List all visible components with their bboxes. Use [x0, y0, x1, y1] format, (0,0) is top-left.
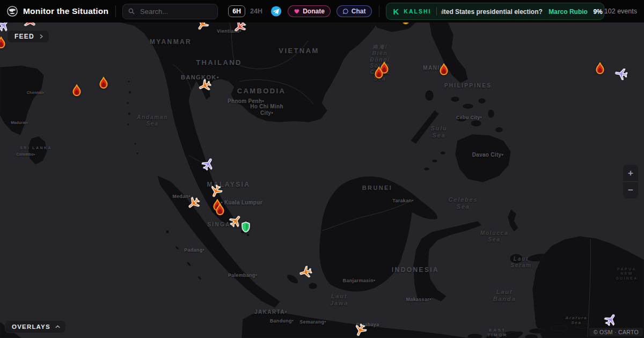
ticker-track: United States presidential election? Mar… [441, 6, 603, 16]
chevron-up-icon [55, 324, 61, 329]
kalshi-logo: K [393, 7, 399, 16]
ticker-outcome: Marco Rubio [548, 8, 588, 16]
brand: Monitor the Situation [6, 5, 108, 17]
marker-flame[interactable] [99, 77, 108, 91]
header-divider-2 [379, 5, 379, 17]
marker-flame[interactable] [595, 62, 605, 76]
feed-panel-button[interactable]: FEED [7, 30, 49, 43]
chat-button[interactable]: Chat [336, 5, 372, 17]
kalshi-ticker[interactable]: K KALSHI United States presidential elec… [386, 3, 604, 20]
marker-flame[interactable] [0, 36, 6, 50]
time-range-24h-button[interactable]: 24H [250, 8, 262, 15]
heart-icon [294, 8, 300, 14]
zoom-out-button[interactable]: − [623, 182, 638, 199]
kalshi-divider [436, 7, 437, 16]
search-box[interactable] [122, 4, 218, 19]
donate-label: Donate [303, 8, 325, 15]
telegram-icon[interactable] [271, 6, 281, 17]
marker-plane-purple[interactable] [613, 66, 631, 82]
search-input[interactable] [139, 7, 212, 16]
kalshi-brand: KALSHI [404, 8, 431, 14]
marker-flame[interactable] [72, 84, 82, 98]
map-zoom-control: + − [623, 164, 639, 199]
map-canvas[interactable] [0, 23, 644, 338]
overlays-panel-button[interactable]: OVERLAYS [5, 320, 66, 333]
top-bar: Monitor the Situation 6H 24H Donate Chat… [0, 0, 644, 23]
marker-flame[interactable] [374, 67, 384, 80]
time-range-6h-button[interactable]: 6H [228, 5, 245, 17]
map-land-svg [0, 23, 644, 338]
marker-flame[interactable] [439, 63, 449, 77]
ticker-question-1: United States presidential election? [441, 8, 542, 16]
events-count: 102 events [604, 8, 637, 15]
ticker-value: 9% [593, 8, 602, 16]
marker-flame[interactable] [215, 203, 225, 217]
map-attribution: © OSM · CARTO [589, 328, 643, 336]
chat-label: Chat [352, 8, 366, 15]
ticker-viewport: United States presidential election? Mar… [441, 6, 603, 16]
app-logo-icon [6, 5, 18, 17]
chevron-right-icon [39, 34, 44, 39]
chat-bubble-icon [342, 8, 349, 14]
app-title: Monitor the Situation [23, 6, 108, 16]
feed-label: FEED [14, 33, 34, 40]
overlays-label: OVERLAYS [12, 324, 50, 330]
donate-button[interactable]: Donate [288, 5, 331, 17]
header-divider [115, 5, 116, 17]
search-icon [128, 8, 135, 15]
zoom-in-button[interactable]: + [623, 165, 638, 181]
marker-shield[interactable] [241, 222, 251, 235]
